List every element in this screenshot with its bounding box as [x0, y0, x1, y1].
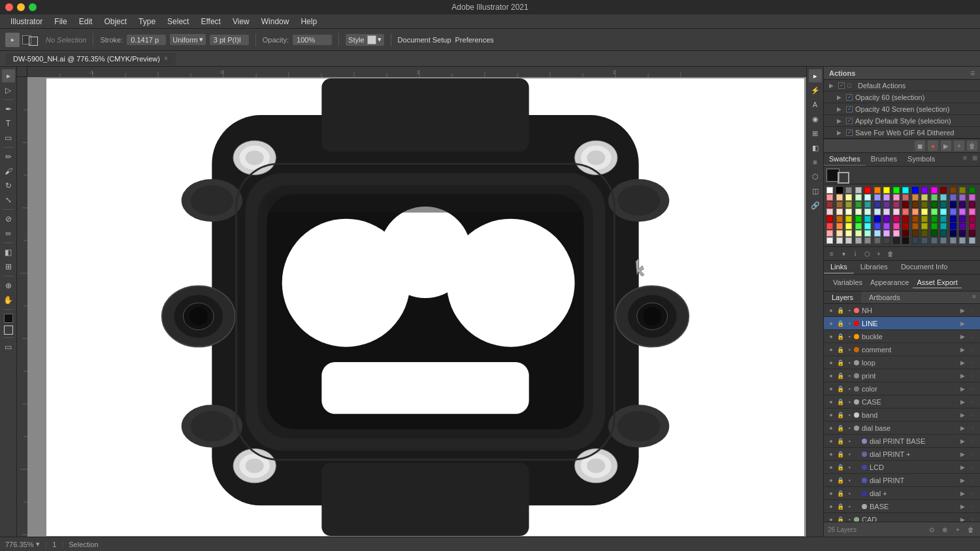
- swatch-item[interactable]: [969, 201, 975, 208]
- swatch-item[interactable]: [959, 223, 966, 229]
- swatch-show-kinds-btn[interactable]: ▾: [838, 248, 849, 259]
- layer-row[interactable]: ● 🔒 ▪ dial PRINT BASE ▶ ○: [824, 435, 980, 448]
- variables-tab[interactable]: Variables: [829, 277, 866, 288]
- layer-lock-0[interactable]: 🔒: [836, 307, 845, 314]
- swatch-item[interactable]: [969, 237, 975, 244]
- layer-expand-16[interactable]: ▶: [960, 516, 968, 522]
- swatch-item[interactable]: [950, 187, 956, 193]
- shape-tool[interactable]: ▭: [2, 131, 15, 144]
- layer-expand-8[interactable]: ▶: [960, 412, 968, 418]
- swatch-item[interactable]: [826, 237, 833, 244]
- swatch-options-btn[interactable]: i: [850, 248, 860, 259]
- swatch-item[interactable]: [826, 223, 833, 229]
- scale-tool[interactable]: ⤡: [2, 193, 15, 207]
- swatch-item[interactable]: [921, 209, 928, 215]
- swatch-item[interactable]: [902, 187, 909, 193]
- brushes-tab[interactable]: Brushes: [866, 153, 902, 166]
- stroke-box[interactable]: [4, 326, 13, 335]
- mesh-tool[interactable]: ⊞: [2, 260, 15, 273]
- swatch-item[interactable]: [836, 194, 843, 201]
- layer-expand-15[interactable]: ▶: [960, 503, 968, 510]
- selection-tool-btn[interactable]: ▸: [5, 33, 20, 47]
- swatch-item[interactable]: [950, 216, 956, 222]
- symbols-tab[interactable]: Symbols: [902, 153, 940, 166]
- swatch-item[interactable]: [826, 187, 833, 193]
- zoom-tool[interactable]: ⊕: [2, 279, 15, 292]
- swatch-item[interactable]: [893, 209, 900, 215]
- style-dropdown[interactable]: Style ▾: [346, 34, 384, 46]
- swatch-item[interactable]: [855, 230, 862, 237]
- libraries-tab[interactable]: Libraries: [854, 261, 894, 274]
- swatch-item[interactable]: [902, 237, 909, 244]
- swatch-item[interactable]: [864, 209, 871, 215]
- action-4-checkbox[interactable]: ✓: [846, 129, 853, 136]
- layers-delete-btn[interactable]: 🗑: [966, 524, 976, 535]
- swatch-item[interactable]: [940, 230, 947, 237]
- eyedropper-tool[interactable]: ⊘: [2, 212, 15, 225]
- swatch-item[interactable]: [959, 237, 966, 244]
- action-3-checkbox[interactable]: ✓: [846, 118, 853, 124]
- action-row-1[interactable]: ▶ ✓ Opacity 60 (selection): [824, 92, 980, 103]
- layer-row[interactable]: ● 🔒 ▪ BASE ▶ ○: [824, 500, 980, 513]
- swatch-item[interactable]: [883, 223, 890, 229]
- panel-icon-align[interactable]: ≡: [809, 156, 822, 169]
- swatch-item[interactable]: [902, 223, 909, 229]
- zoom-control[interactable]: 776.35% ▾: [5, 540, 40, 548]
- swatch-item[interactable]: [969, 194, 975, 201]
- swatch-item[interactable]: [912, 187, 919, 193]
- swatch-item[interactable]: [864, 237, 871, 244]
- layer-lock-11[interactable]: 🔒: [836, 451, 845, 458]
- layers-tab[interactable]: Layers: [824, 292, 861, 303]
- swatch-item[interactable]: [902, 201, 909, 208]
- panel-icon-links[interactable]: 🔗: [809, 199, 822, 212]
- swatch-item[interactable]: [950, 194, 956, 201]
- swatch-item[interactable]: [836, 187, 843, 193]
- action-play-btn[interactable]: ▶: [941, 141, 951, 151]
- asset-export-tab[interactable]: Asset Export: [913, 277, 961, 288]
- layer-visibility-9[interactable]: ●: [826, 425, 836, 431]
- swatch-item[interactable]: [864, 216, 871, 222]
- layer-expand-7[interactable]: ▶: [960, 399, 968, 405]
- layer-visibility-12[interactable]: ●: [826, 464, 836, 471]
- swatch-item[interactable]: [959, 209, 966, 215]
- swatch-item[interactable]: [864, 223, 871, 229]
- layer-row[interactable]: ● 🔒 ▪ CASE ▶ ○: [824, 395, 980, 409]
- layer-expand-5[interactable]: ▶: [960, 373, 968, 379]
- swatch-item[interactable]: [931, 209, 938, 215]
- layer-visibility-6[interactable]: ●: [826, 386, 836, 392]
- layer-lock-15[interactable]: 🔒: [836, 503, 845, 510]
- layer-row[interactable]: ● 🔒 ▪ dial PRINT ▶ ○: [824, 474, 980, 487]
- active-tab[interactable]: DW-5900_NH.ai @ 776.35% (CMYK/Preview) ×: [5, 53, 176, 65]
- layer-visibility-10[interactable]: ●: [826, 438, 836, 444]
- swatch-item[interactable]: [959, 216, 966, 222]
- layer-visibility-7[interactable]: ●: [826, 399, 836, 405]
- swatch-item[interactable]: [855, 216, 862, 222]
- swatch-item[interactable]: [893, 187, 900, 193]
- menu-view[interactable]: View: [227, 16, 255, 27]
- action-2-expand[interactable]: ▶: [837, 106, 843, 112]
- layer-target-0[interactable]: ○: [968, 306, 977, 315]
- menu-select[interactable]: Select: [162, 16, 194, 27]
- panel-icon-actions[interactable]: ▸: [809, 69, 822, 82]
- swatch-item[interactable]: [959, 230, 966, 237]
- pen-tool[interactable]: ✒: [2, 103, 15, 116]
- actions-default-group[interactable]: ▶ ✓ □ Default Actions: [824, 80, 980, 92]
- layer-lock-13[interactable]: 🔒: [836, 477, 845, 484]
- layer-row[interactable]: ● 🔒 ▪ loop ▶ ○: [824, 356, 980, 369]
- swatch-item[interactable]: [855, 201, 862, 208]
- swatch-item[interactable]: [931, 237, 938, 244]
- layer-visibility-1[interactable]: ●: [826, 320, 836, 327]
- layer-visibility-14[interactable]: ●: [826, 490, 836, 497]
- screen-mode-btn[interactable]: ▭: [2, 341, 15, 354]
- swatch-item[interactable]: [959, 187, 966, 193]
- swatch-item[interactable]: [921, 194, 928, 201]
- layer-lock-10[interactable]: 🔒: [836, 438, 845, 444]
- swatches-grid-btn[interactable]: ⊞: [970, 153, 980, 166]
- menu-object[interactable]: Object: [99, 16, 132, 27]
- layer-target-13[interactable]: ○: [968, 476, 977, 485]
- layer-expand-11[interactable]: ▶: [960, 451, 968, 458]
- layer-target-7[interactable]: ○: [968, 397, 977, 407]
- zoom-down-arrow[interactable]: ▾: [36, 540, 40, 548]
- rotate-tool[interactable]: ↻: [2, 179, 15, 192]
- swatch-item[interactable]: [921, 230, 928, 237]
